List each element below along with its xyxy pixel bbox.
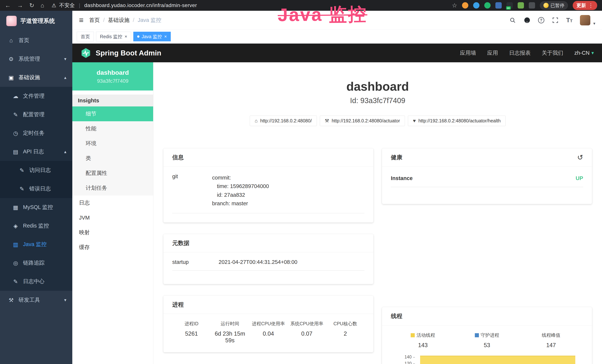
fullscreen-icon[interactable] — [552, 17, 559, 24]
paused-badge[interactable]: 已暂停 — [540, 1, 568, 10]
heart-icon: ♥ — [413, 118, 416, 124]
extension-y-icon[interactable] — [484, 2, 491, 9]
sidebar-item-api-log[interactable]: ▤ API 日志 ▴ — [0, 142, 72, 161]
sidebar-item-label: 定时任务 — [23, 129, 44, 137]
sba-nav-journal[interactable]: 日志报表 — [509, 49, 531, 57]
sidebar-item-label: 基础设施 — [19, 74, 40, 81]
breadcrumb-infra[interactable]: 基础设施 — [108, 17, 129, 24]
legend-peak-threads: 线程峰值 147 — [519, 332, 583, 349]
sba-nav-wallboard[interactable]: 应用墙 — [460, 49, 476, 57]
sba-item-config-props[interactable]: 配置属性 — [72, 166, 153, 181]
url-text[interactable]: dashboard.yudao.iocoder.cn/infra/admin-s… — [84, 2, 197, 8]
health-instance-label: Instance — [391, 175, 413, 181]
info-card: 信息 git commit: time: 1596289704000 id: 2… — [163, 148, 373, 223]
address-bar[interactable]: ⚠ 不安全 | dashboard.yudao.iocoder.cn/infra… — [52, 2, 197, 9]
metadata-value: 2021-04-27T00:44:31.254+08:00 — [219, 259, 297, 265]
metadata-row-startup: startup 2021-04-27T00:44:31.254+08:00 — [172, 259, 365, 270]
breadcrumb-home[interactable]: 首页 — [89, 17, 100, 24]
health-row-instance[interactable]: Instance UP — [391, 175, 583, 187]
sidebar-item-error-log[interactable]: ✎ 错误日志 — [0, 180, 72, 198]
edit-icon: ✎ — [12, 278, 19, 285]
sba-item-jvm[interactable]: JVM — [72, 210, 153, 225]
extension-grid-icon[interactable] — [495, 2, 502, 9]
sba-item-environment[interactable]: 环境 — [72, 136, 153, 151]
font-size-icon[interactable]: TT — [566, 17, 572, 24]
emoji-icon — [543, 3, 548, 8]
back-icon[interactable]: ← — [5, 2, 11, 9]
sba-item-scheduled-tasks[interactable]: 计划任务 — [72, 181, 153, 195]
search-icon[interactable] — [509, 17, 516, 24]
card-title: 健康 — [391, 153, 402, 161]
extension-drop-icon[interactable] — [473, 2, 479, 9]
update-button[interactable]: 更新 ⋮ — [573, 1, 597, 10]
extension-leaf-icon[interactable] — [518, 2, 524, 9]
hamburger-icon[interactable]: ≡ — [79, 16, 84, 25]
sba-item-caches[interactable]: 缓存 — [72, 240, 153, 255]
history-icon[interactable]: ↺ — [577, 154, 583, 161]
sidebar-item-config-manage[interactable]: ✎ 配置管理 — [0, 105, 72, 124]
extension-puzzle-icon[interactable] — [529, 2, 535, 9]
avatar-caret-icon[interactable]: ▾ — [593, 21, 595, 26]
sba-nav-applications[interactable]: 应用 — [487, 49, 498, 57]
forward-icon[interactable]: → — [17, 2, 23, 9]
bookmark-star-icon[interactable]: ☆ — [452, 2, 457, 9]
tab-label: 首页 — [81, 33, 90, 40]
extension-switch-icon[interactable]: on — [506, 2, 513, 9]
locale-select[interactable]: zh-CN ▾ — [574, 50, 594, 56]
sidebar-item-redis-monitor[interactable]: ◈ Redis 监控 — [0, 217, 72, 235]
health-url-link[interactable]: ♥ http://192.168.0.2:48080/actuator/heal… — [408, 116, 505, 126]
sba-app-block[interactable]: dashboard 93a3fc7f7409 — [72, 62, 153, 90]
sidebar-item-home[interactable]: ⌂ 首页 — [0, 31, 72, 50]
service-url-link[interactable]: ⌂ http://192.168.0.2:48080/ — [250, 116, 317, 126]
avatar[interactable] — [580, 15, 590, 25]
sba-brand: Spring Boot Admin — [96, 49, 161, 57]
sidebar-item-dev-tools[interactable]: ⚒ 研发工具 ▾ — [0, 291, 72, 309]
sba-item-details[interactable]: 细节 — [72, 107, 153, 121]
url-separator: | — [79, 2, 80, 8]
extension-fox-icon[interactable] — [462, 2, 468, 9]
card-title: 进程 — [172, 301, 184, 309]
sidebar-item-label: 首页 — [19, 37, 29, 44]
sidebar-item-access-log[interactable]: ✎ 访问日志 — [0, 161, 72, 180]
sidebar-item-java-monitor[interactable]: ▥ Java 监控 — [0, 235, 72, 254]
home-icon: ⌂ — [8, 37, 14, 43]
legend-daemon-threads: 守护进程 53 — [455, 332, 519, 349]
sidebar-item-file-manage[interactable]: ☁ 文件管理 — [0, 87, 72, 105]
security-label[interactable]: 不安全 — [59, 2, 75, 9]
tab-home[interactable]: 首页 — [77, 32, 94, 41]
metric-value: 5261 — [172, 331, 211, 337]
browser-home-icon[interactable]: ⌂ — [41, 2, 44, 9]
gear-icon: ⚙ — [8, 56, 14, 62]
close-icon[interactable]: × — [125, 34, 127, 39]
sba-item-mappings[interactable]: 映射 — [72, 225, 153, 240]
help-icon[interactable]: ? — [538, 17, 544, 23]
sidebar-item-log-center[interactable]: ✎ 日志中心 — [0, 272, 72, 291]
close-icon[interactable]: × — [164, 34, 167, 39]
edit-icon: ✎ — [12, 111, 19, 118]
sba-nav-about[interactable]: 关于我们 — [542, 49, 563, 57]
browser-menu-icon[interactable]: ⋮ — [588, 2, 593, 9]
tab-java-monitor[interactable]: Java 监控 × — [133, 32, 171, 41]
tab-redis-monitor[interactable]: Redis 监控 × — [96, 32, 131, 41]
sidebar-item-system[interactable]: ⚙ 系统管理 ▾ — [0, 50, 72, 68]
sba-item-logs[interactable]: 日志 — [72, 195, 153, 210]
actuator-url-link[interactable]: ⚒ http://192.168.0.2:48080/actuator — [320, 116, 405, 126]
github-icon[interactable] — [524, 17, 531, 24]
trace-icon: ◎ — [12, 260, 19, 266]
reload-icon[interactable]: ↻ — [29, 2, 34, 9]
sba-header: Spring Boot Admin 应用墙 应用 日志报表 关于我们 zh-CN… — [72, 43, 602, 62]
sba-item-metrics[interactable]: 性能 — [72, 121, 153, 136]
sba-item-classes[interactable]: 类 — [72, 151, 153, 166]
sidebar-item-tracing[interactable]: ◎ 链路追踪 — [0, 254, 72, 272]
sidebar-item-label: 研发工具 — [19, 296, 40, 304]
breadcrumb-separator: / — [103, 17, 105, 23]
sidebar-item-cron[interactable]: ◷ 定时任务 — [0, 124, 72, 142]
sidebar-item-infra[interactable]: ▣ 基础设施 ▴ — [0, 68, 72, 87]
brand-name: 芋道管理系统 — [20, 17, 55, 25]
metric-system-cpu: 系统CPU使用率 0.07 — [288, 321, 326, 344]
sba-logo-icon — [80, 48, 91, 58]
sidebar-item-mysql-monitor[interactable]: ▦ MySQL 监控 — [0, 198, 72, 217]
sba-sidebar: dashboard 93a3fc7f7409 Insights 细节 性能 环境… — [72, 62, 153, 364]
legend-value: 147 — [519, 342, 583, 349]
breadcrumb-separator: / — [133, 17, 134, 23]
